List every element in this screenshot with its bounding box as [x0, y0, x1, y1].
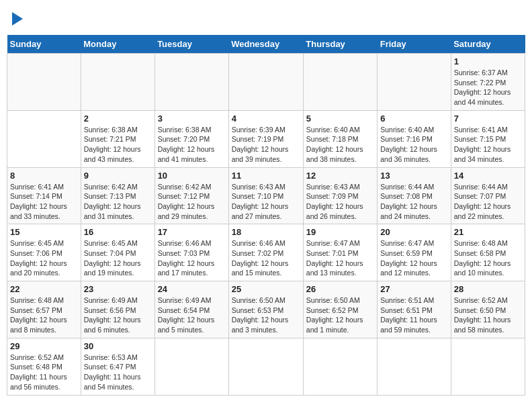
day-number: 6	[380, 113, 447, 124]
calendar-cell: 25Sunrise: 6:50 AMSunset: 6:53 PMDayligh…	[228, 281, 303, 338]
day-info: Sunrise: 6:44 AMSunset: 7:07 PMDaylight:…	[454, 183, 511, 220]
header-cell-sunday: Sunday	[7, 35, 81, 54]
day-number: 20	[380, 227, 447, 237]
day-number: 14	[454, 171, 522, 181]
calendar-cell: 3Sunrise: 6:38 AMSunset: 7:20 PMDaylight…	[154, 110, 228, 167]
day-number: 13	[380, 171, 447, 181]
day-number: 27	[380, 284, 447, 294]
calendar-cell: 22Sunrise: 6:48 AMSunset: 6:57 PMDayligh…	[7, 281, 81, 338]
day-number: 5	[306, 113, 374, 124]
day-info: Sunrise: 6:48 AMSunset: 6:58 PMDaylight:…	[454, 239, 511, 277]
day-info: Sunrise: 6:52 AMSunset: 6:50 PMDaylight:…	[454, 296, 511, 334]
logo	[9, 11, 23, 26]
calendar-cell: 7Sunrise: 6:41 AMSunset: 7:15 PMDaylight…	[451, 110, 525, 167]
calendar-cell: 23Sunrise: 6:49 AMSunset: 6:56 PMDayligh…	[81, 281, 154, 338]
page-header	[7, 7, 525, 30]
calendar-cell: 28Sunrise: 6:52 AMSunset: 6:50 PMDayligh…	[451, 281, 525, 338]
day-info: Sunrise: 6:41 AMSunset: 7:15 PMDaylight:…	[454, 126, 511, 163]
day-info: Sunrise: 6:41 AMSunset: 7:14 PMDaylight:…	[10, 183, 67, 220]
calendar-row: 29Sunrise: 6:52 AMSunset: 6:48 PMDayligh…	[7, 338, 525, 395]
calendar-cell: 18Sunrise: 6:46 AMSunset: 7:02 PMDayligh…	[228, 224, 303, 281]
calendar-cell: 16Sunrise: 6:45 AMSunset: 7:04 PMDayligh…	[81, 224, 154, 281]
calendar-cell-empty	[378, 54, 451, 111]
day-info: Sunrise: 6:42 AMSunset: 7:12 PMDaylight:…	[158, 183, 215, 220]
day-number: 24	[158, 284, 226, 294]
header-cell-saturday: Saturday	[451, 35, 525, 54]
calendar-cell: 26Sunrise: 6:50 AMSunset: 6:52 PMDayligh…	[303, 281, 377, 338]
day-number: 29	[10, 341, 78, 351]
day-info: Sunrise: 6:52 AMSunset: 6:48 PMDaylight:…	[10, 353, 67, 391]
day-number: 7	[454, 113, 522, 124]
calendar-cell: 13Sunrise: 6:44 AMSunset: 7:08 PMDayligh…	[378, 167, 451, 224]
day-number: 30	[84, 341, 152, 351]
calendar-cell: 8Sunrise: 6:41 AMSunset: 7:14 PMDaylight…	[7, 167, 81, 224]
day-info: Sunrise: 6:50 AMSunset: 6:53 PMDaylight:…	[232, 296, 289, 334]
day-info: Sunrise: 6:47 AMSunset: 7:01 PMDaylight:…	[306, 239, 363, 277]
calendar-row: 15Sunrise: 6:45 AMSunset: 7:06 PMDayligh…	[7, 224, 525, 281]
calendar-row: 1Sunrise: 6:37 AMSunset: 7:22 PMDaylight…	[7, 54, 525, 111]
day-number: 4	[232, 113, 300, 124]
day-info: Sunrise: 6:45 AMSunset: 7:04 PMDaylight:…	[84, 239, 141, 277]
calendar-row: 22Sunrise: 6:48 AMSunset: 6:57 PMDayligh…	[7, 281, 525, 338]
day-info: Sunrise: 6:43 AMSunset: 7:10 PMDaylight:…	[232, 183, 289, 220]
calendar-cell-empty	[154, 54, 228, 111]
calendar-cell-empty	[228, 54, 303, 111]
calendar-cell: 10Sunrise: 6:42 AMSunset: 7:12 PMDayligh…	[154, 167, 228, 224]
day-number: 1	[454, 56, 522, 66]
day-info: Sunrise: 6:53 AMSunset: 6:47 PMDaylight:…	[84, 353, 141, 391]
logo-arrow-icon	[12, 12, 23, 26]
day-number: 15	[10, 227, 78, 237]
calendar-cell: 29Sunrise: 6:52 AMSunset: 6:48 PMDayligh…	[7, 338, 81, 395]
calendar-cell: 9Sunrise: 6:42 AMSunset: 7:13 PMDaylight…	[81, 167, 154, 224]
day-info: Sunrise: 6:43 AMSunset: 7:09 PMDaylight:…	[306, 183, 363, 220]
calendar-body: 1Sunrise: 6:37 AMSunset: 7:22 PMDaylight…	[7, 54, 525, 396]
calendar-cell-empty	[378, 338, 451, 395]
day-info: Sunrise: 6:48 AMSunset: 6:57 PMDaylight:…	[10, 296, 67, 334]
calendar-cell-empty	[81, 54, 154, 111]
day-info: Sunrise: 6:51 AMSunset: 6:51 PMDaylight:…	[380, 296, 437, 334]
day-info: Sunrise: 6:45 AMSunset: 7:06 PMDaylight:…	[10, 239, 67, 277]
day-number: 28	[454, 284, 522, 294]
calendar-cell: 4Sunrise: 6:39 AMSunset: 7:19 PMDaylight…	[228, 110, 303, 167]
day-number: 21	[454, 227, 522, 237]
calendar-cell: 20Sunrise: 6:47 AMSunset: 6:59 PMDayligh…	[378, 224, 451, 281]
calendar-cell: 21Sunrise: 6:48 AMSunset: 6:58 PMDayligh…	[451, 224, 525, 281]
day-info: Sunrise: 6:37 AMSunset: 7:22 PMDaylight:…	[454, 68, 511, 106]
calendar-cell: 27Sunrise: 6:51 AMSunset: 6:51 PMDayligh…	[378, 281, 451, 338]
calendar-row: 8Sunrise: 6:41 AMSunset: 7:14 PMDaylight…	[7, 167, 525, 224]
day-number: 26	[306, 284, 374, 294]
calendar-cell-empty	[303, 54, 377, 111]
calendar-cell: 11Sunrise: 6:43 AMSunset: 7:10 PMDayligh…	[228, 167, 303, 224]
calendar-cell: 30Sunrise: 6:53 AMSunset: 6:47 PMDayligh…	[81, 338, 154, 395]
header-cell-wednesday: Wednesday	[228, 35, 303, 54]
calendar-cell: 17Sunrise: 6:46 AMSunset: 7:03 PMDayligh…	[154, 224, 228, 281]
day-number: 16	[84, 227, 152, 237]
header-cell-thursday: Thursday	[303, 35, 377, 54]
header-row: SundayMondayTuesdayWednesdayThursdayFrid…	[7, 35, 525, 54]
header-cell-tuesday: Tuesday	[154, 35, 228, 54]
calendar-cell: 24Sunrise: 6:49 AMSunset: 6:54 PMDayligh…	[154, 281, 228, 338]
day-number: 17	[158, 227, 226, 237]
day-info: Sunrise: 6:38 AMSunset: 7:20 PMDaylight:…	[158, 126, 215, 163]
calendar-cell-empty	[303, 338, 377, 395]
calendar-cell: 15Sunrise: 6:45 AMSunset: 7:06 PMDayligh…	[7, 224, 81, 281]
calendar-cell: 6Sunrise: 6:40 AMSunset: 7:16 PMDaylight…	[378, 110, 451, 167]
calendar-cell: 19Sunrise: 6:47 AMSunset: 7:01 PMDayligh…	[303, 224, 377, 281]
day-number: 23	[84, 284, 152, 294]
day-info: Sunrise: 6:42 AMSunset: 7:13 PMDaylight:…	[84, 183, 141, 220]
day-number: 11	[232, 171, 300, 181]
calendar-cell: 1Sunrise: 6:37 AMSunset: 7:22 PMDaylight…	[451, 54, 525, 111]
day-info: Sunrise: 6:50 AMSunset: 6:52 PMDaylight:…	[306, 296, 363, 334]
header-cell-monday: Monday	[81, 35, 154, 54]
day-info: Sunrise: 6:49 AMSunset: 6:56 PMDaylight:…	[84, 296, 141, 334]
calendar-cell: 14Sunrise: 6:44 AMSunset: 7:07 PMDayligh…	[451, 167, 525, 224]
day-number: 2	[84, 113, 152, 124]
calendar-table: SundayMondayTuesdayWednesdayThursdayFrid…	[7, 35, 525, 396]
day-number: 9	[84, 171, 152, 181]
calendar-cell-empty	[451, 338, 525, 395]
day-info: Sunrise: 6:40 AMSunset: 7:18 PMDaylight:…	[306, 126, 363, 163]
day-number: 25	[232, 284, 300, 294]
calendar-row: 2Sunrise: 6:38 AMSunset: 7:21 PMDaylight…	[7, 110, 525, 167]
day-info: Sunrise: 6:46 AMSunset: 7:02 PMDaylight:…	[232, 239, 289, 277]
day-info: Sunrise: 6:40 AMSunset: 7:16 PMDaylight:…	[380, 126, 437, 163]
